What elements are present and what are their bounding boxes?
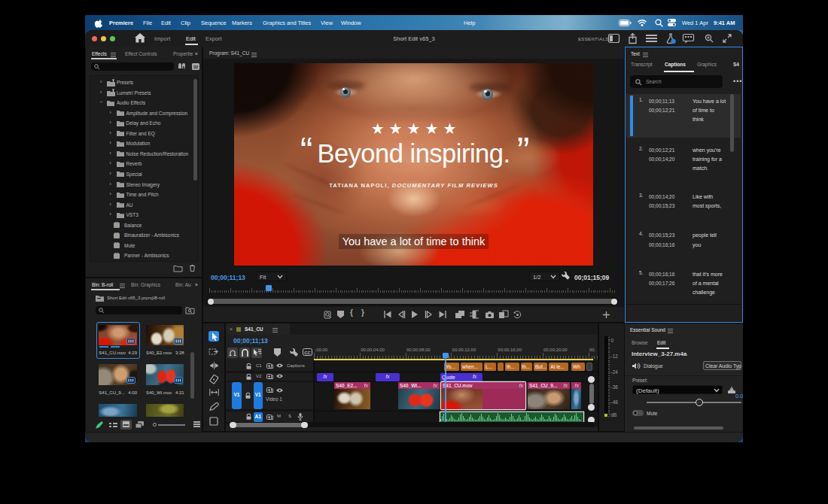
svg-text:32: 32 [193, 65, 199, 69]
